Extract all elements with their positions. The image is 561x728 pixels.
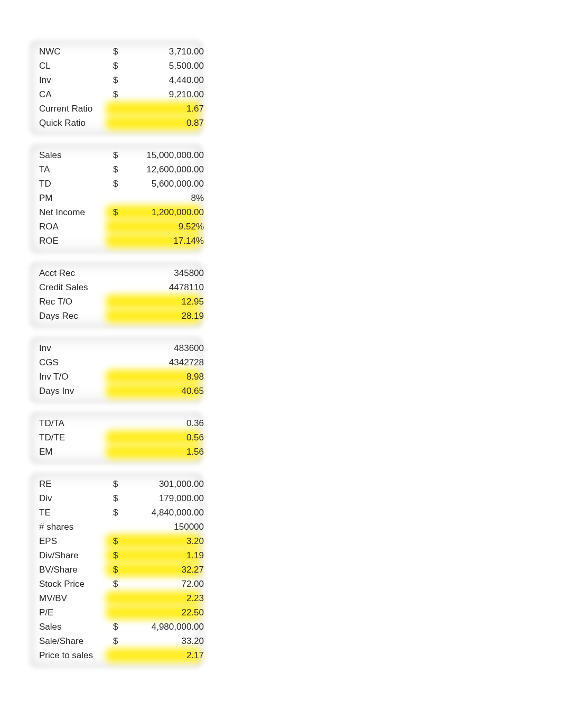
currency-symbol: $ <box>113 150 118 161</box>
row-value: 33.20 <box>181 636 208 647</box>
table-row: PM8% <box>32 191 201 205</box>
table-row: Inv$4,440.00 <box>32 73 201 87</box>
row-value: 345800 <box>174 268 208 279</box>
table-row: CL$5,500.00 <box>32 59 201 73</box>
row-label: PM <box>39 193 53 204</box>
currency-symbol: $ <box>113 75 118 86</box>
row-label: BV/Share <box>39 565 78 575</box>
row-label: ROA <box>39 222 59 232</box>
table-row: Sale/Share$33.20 <box>32 634 201 648</box>
row-label: EM <box>39 447 53 457</box>
row-value: 179,000.00 <box>159 493 208 504</box>
row-label: Acct Rec <box>39 268 75 279</box>
table-row: EM1.56 <box>32 445 201 459</box>
row-label: Inv <box>39 75 51 86</box>
currency-symbol: $ <box>113 636 118 647</box>
table-row: # shares150000 <box>32 520 201 534</box>
row-value: 483600 <box>174 343 208 354</box>
currency-symbol: $ <box>113 207 118 218</box>
table-row: Stock Price$72.00 <box>32 577 201 591</box>
table-row: P/E22.50 <box>32 605 201 620</box>
ratio-block: Inv483600CGS4342728Inv T/O8.98Days Inv40… <box>32 339 201 401</box>
row-label: Stock Price <box>39 579 85 589</box>
row-value: 12.95 <box>181 297 208 307</box>
row-label: Quick Ratio <box>39 118 86 128</box>
row-label: Inv <box>39 343 51 354</box>
row-label: Sale/Share <box>39 636 83 647</box>
row-value: 1.67 <box>186 104 208 114</box>
table-row: TD/TE0.56 <box>32 430 201 445</box>
row-value: 12,600,000.00 <box>146 164 208 175</box>
row-label: Sales <box>39 150 62 161</box>
row-value: 3,710.00 <box>169 47 208 57</box>
row-label: Div <box>39 493 52 504</box>
ratio-block: RE$301,000.00Div$179,000.00TE$4,840,000.… <box>32 475 201 666</box>
row-label: ROE <box>39 236 59 246</box>
row-value: 1.56 <box>186 447 208 457</box>
row-value: 5,500.00 <box>169 61 208 71</box>
table-row: Div/Share$1.19 <box>32 548 201 563</box>
table-row: TE$4,840,000.00 <box>32 505 201 520</box>
currency-symbol: $ <box>113 47 118 57</box>
row-label: Price to sales <box>39 650 93 661</box>
row-label: Inv T/O <box>39 372 68 382</box>
row-value: 4,980,000.00 <box>152 622 208 632</box>
row-value: 2.17 <box>186 650 208 661</box>
row-value: 4342728 <box>169 357 208 368</box>
table-row: Sales$4,980,000.00 <box>32 620 201 634</box>
row-value: 1.19 <box>186 550 208 561</box>
table-row: NWC$3,710.00 <box>32 44 201 59</box>
ratios-sheet: NWC$3,710.00CL$5,500.00Inv$4,440.00CA$9,… <box>0 0 561 666</box>
table-row: Net Income$1,200,000.00 <box>32 205 201 219</box>
table-row: Acct Rec345800 <box>32 266 201 280</box>
currency-symbol: $ <box>113 622 118 632</box>
table-row: Days Inv40.65 <box>32 384 201 398</box>
table-row: Inv T/O8.98 <box>32 370 201 384</box>
row-label: Days Inv <box>39 386 74 397</box>
row-label: CA <box>39 89 52 100</box>
table-row: MV/BV2.23 <box>32 591 201 605</box>
currency-symbol: $ <box>113 508 118 518</box>
row-label: Credit Sales <box>39 282 88 293</box>
table-row: Quick Ratio0.87 <box>32 116 201 130</box>
table-row: CA$9,210.00 <box>32 87 201 102</box>
row-label: TD/TE <box>39 432 65 443</box>
row-label: Days Rec <box>39 311 78 321</box>
row-label: Current Ratio <box>39 104 92 114</box>
row-value: 22.50 <box>181 607 208 618</box>
currency-symbol: $ <box>113 536 118 547</box>
table-row: EPS$3.20 <box>32 534 201 548</box>
table-row: Inv483600 <box>32 341 201 355</box>
table-row: Div$179,000.00 <box>32 491 201 505</box>
row-value: 32.27 <box>181 565 208 575</box>
currency-symbol: $ <box>113 565 118 575</box>
row-label: Sales <box>39 622 62 632</box>
row-value: 17.14% <box>173 236 208 246</box>
row-label: TD/TA <box>39 418 64 429</box>
row-label: P/E <box>39 607 53 618</box>
row-label: TD <box>39 179 51 189</box>
row-value: 0.36 <box>186 418 208 429</box>
table-row: Current Ratio1.67 <box>32 102 201 116</box>
row-label: Rec T/O <box>39 297 72 307</box>
table-row: Sales$15,000,000.00 <box>32 148 201 162</box>
row-label: Net Income <box>39 207 85 218</box>
row-label: CL <box>39 61 51 71</box>
table-row: ROE17.14% <box>32 234 201 248</box>
row-label: MV/BV <box>39 593 67 604</box>
row-label: # shares <box>39 522 73 532</box>
row-label: Div/Share <box>39 550 79 561</box>
row-value: 15,000,000.00 <box>146 150 208 161</box>
table-row: BV/Share$32.27 <box>32 563 201 577</box>
row-value: 9.52% <box>179 222 208 232</box>
row-value: 8.98 <box>186 372 208 382</box>
row-label: RE <box>39 479 52 490</box>
table-row: ROA9.52% <box>32 219 201 234</box>
row-value: 0.56 <box>186 432 208 443</box>
table-row: CGS4342728 <box>32 355 201 370</box>
row-label: NWC <box>39 47 61 57</box>
row-value: 2.23 <box>186 593 208 604</box>
currency-symbol: $ <box>113 61 118 71</box>
row-value: 301,000.00 <box>159 479 208 490</box>
currency-symbol: $ <box>113 164 118 175</box>
